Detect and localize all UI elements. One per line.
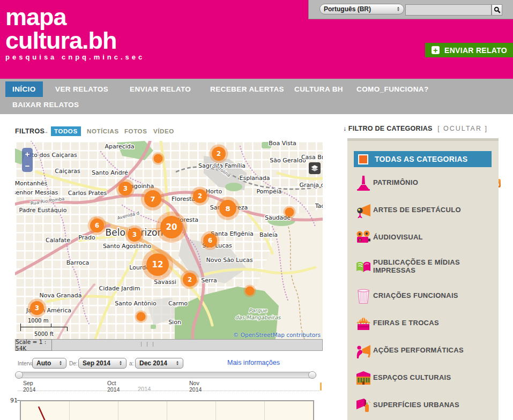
category-item-patrimonio[interactable]: PATRIMÔNIO xyxy=(354,169,492,197)
filters-arrow-icon: → xyxy=(42,128,49,135)
all-categories-button[interactable]: TODAS AS CATEGORIAS xyxy=(354,151,492,167)
resize-handle-icon[interactable] xyxy=(147,342,147,347)
map-cluster-2[interactable]: 2 xyxy=(210,145,228,163)
megaphone-icon xyxy=(354,343,373,359)
filter-chip-fotos[interactable]: FOTOS xyxy=(121,126,150,136)
site-logo[interactable]: mapa cultura.bh pesquisa cnpq.minc.sec xyxy=(5,5,145,61)
map-cluster-8[interactable]: 8 xyxy=(216,197,240,220)
enviar-relato-button[interactable]: + ENVIAR RELATO xyxy=(425,43,513,57)
map-cluster-2[interactable]: 2 xyxy=(181,271,199,289)
nav-item-enviar-relato[interactable]: ENVIAR RELATO xyxy=(130,85,191,93)
scalebar-metric-label: 1000 m xyxy=(28,318,68,324)
resize-handle-icon[interactable] xyxy=(141,342,142,347)
search-input[interactable] xyxy=(405,4,492,16)
date-from-select[interactable]: Sep 2014 ▲▼ xyxy=(78,358,127,369)
timeline-axis-line xyxy=(18,391,319,391)
map-canvas[interactable]: AparecidaAlto dos CaiçarasCaiçarasSanto … xyxy=(15,141,323,339)
map-marker-dot[interactable] xyxy=(135,311,147,323)
spray-icon xyxy=(354,398,373,414)
category-item-publicacoes-e-midias-impressas[interactable]: PUBLICAÇÕES E MÍDIAS IMPRESSAS xyxy=(354,251,492,282)
cluster-count: 3 xyxy=(132,231,137,238)
map-cluster-6[interactable]: 6 xyxy=(88,216,107,235)
map-layers-button[interactable] xyxy=(309,162,321,174)
map-cluster-20[interactable]: 20 xyxy=(156,212,187,243)
date-from-value: Sep 2014 xyxy=(83,359,110,367)
category-item-superficies-urbanas[interactable]: SUPERFÍCIES URBANAS xyxy=(354,392,492,419)
map-cluster-2[interactable]: 2 xyxy=(191,187,210,206)
zoom-in-button[interactable]: + xyxy=(22,148,33,160)
filters-row: FILTROS → TODOSNOTÍCIASFOTOSVÍDEO xyxy=(0,126,338,137)
category-label: SUPERFÍCIES URBANAS xyxy=(373,401,459,409)
category-item-audiovisual[interactable]: ÁUDIOVISUAL xyxy=(354,224,492,251)
category-item-feiras-e-trocas[interactable]: FEIRAS E TROCAS xyxy=(354,310,492,337)
interval-select-value: Auto xyxy=(36,359,51,367)
zoom-out-button[interactable]: − xyxy=(22,160,33,172)
map-cluster-6[interactable]: 6 xyxy=(201,231,220,250)
category-item-espacos-culturais[interactable]: ESPAÇOS CULTURAIS xyxy=(354,364,492,392)
map-cluster-12[interactable]: 12 xyxy=(142,249,173,280)
projector-icon xyxy=(354,230,373,246)
map-place-label-carlos-prates: Carlos Prates xyxy=(68,190,107,197)
category-list: PATRIMÔNIOARTES DE ESPETÁCULOÁUDIOVISUAL… xyxy=(354,169,492,419)
category-panel: TODAS AS CATEGORIAS PATRIMÔNIOARTES DE E… xyxy=(347,138,499,420)
cluster-count: 3 xyxy=(35,304,39,312)
cluster-count: 2 xyxy=(217,150,221,158)
nav-item-ver-relatos[interactable]: VER RELATOS xyxy=(55,85,108,93)
language-select[interactable]: Português (BR) ▲▼ xyxy=(319,4,404,14)
map-marker-dot[interactable] xyxy=(284,206,296,219)
filter-chip-noticias[interactable]: NOTÍCIAS xyxy=(84,126,122,136)
map-place-label-casa-bran: Casa Bran xyxy=(301,154,323,161)
nav-item-como-funciona[interactable]: COMO_FUNCIONA? xyxy=(356,85,429,93)
all-categories-swatch-icon xyxy=(358,154,368,164)
map-place-label-alto-dos-caicaras: Alto dos Caiçaras xyxy=(26,152,77,159)
map-place-label-carmo: Carmo xyxy=(168,300,188,307)
search-icon xyxy=(494,6,501,13)
map-place-label-boa-vista: Boa Vista xyxy=(269,141,296,147)
timeline-slider-track[interactable] xyxy=(15,372,316,378)
category-item-artes-de-espetaculo[interactable]: ARTES DE ESPETÁCULO xyxy=(354,197,492,224)
interval-select[interactable]: Auto ▲▼ xyxy=(32,358,66,369)
category-item-acoes-performaticas[interactable]: AÇÕES PERFORMÁTICAS xyxy=(354,337,492,364)
spotlight-icon xyxy=(354,202,373,219)
cluster-count: 8 xyxy=(225,205,230,213)
category-filter-header: ↓ FILTRO DE CATEGORIAS [ OCULTAR ] xyxy=(343,125,488,132)
map-place-label-sion: Sion xyxy=(168,319,181,326)
mais-informacoes-link[interactable]: Mais informações xyxy=(227,359,280,366)
nav-item-baixar-relatos[interactable]: BAIXAR RELATOS xyxy=(12,101,79,109)
ocultar-link[interactable]: [ OCULTAR ] xyxy=(437,125,488,132)
logo-line1: mapa xyxy=(5,5,145,29)
map-place-label-esplanada: Esplanada xyxy=(240,175,270,182)
nav-item-receber-alertas[interactable]: RECEBER ALERTAS xyxy=(210,85,284,93)
filter-chip-video[interactable]: VÍDEO xyxy=(150,126,177,136)
resize-handle-icon[interactable] xyxy=(153,342,153,347)
language-select-value: Português (BR) xyxy=(324,5,371,13)
nav-item-cultura-bh[interactable]: CULTURA BH xyxy=(294,85,343,93)
cup-icon xyxy=(354,288,373,304)
map-place-label-calafate: Calafate xyxy=(46,237,70,244)
map-place-label-prado: Prado xyxy=(78,234,95,241)
category-label: ARTES DE ESPETÁCULO xyxy=(373,206,461,214)
map-place-label-parque: Parque xyxy=(249,308,267,314)
map-marker-dot[interactable] xyxy=(152,153,165,165)
search-button[interactable] xyxy=(492,4,502,16)
map-marker-dot[interactable] xyxy=(244,285,256,297)
cluster-count: 7 xyxy=(150,195,155,203)
nav-item-inicio[interactable]: INÍCIO xyxy=(5,81,43,97)
filter-chip-todos[interactable]: TODOS xyxy=(51,126,81,136)
map-zoom-control: + − xyxy=(22,148,33,172)
date-to-select[interactable]: Dec 2014 ▲▼ xyxy=(135,358,183,369)
map-cluster-3[interactable]: 3 xyxy=(125,226,144,244)
map-cluster-3[interactable]: 3 xyxy=(28,299,47,318)
select-arrows-icon: ▲▼ xyxy=(55,361,62,366)
down-arrow-icon: ↓ xyxy=(343,125,346,132)
timeline-slider-handle-left[interactable] xyxy=(15,371,23,379)
category-item-criacoes-funcionais[interactable]: CRIAÇÕES FUNCIONAIS xyxy=(354,282,492,310)
cluster-count: 2 xyxy=(188,276,192,283)
map-place-label-montanhes: Montanhês xyxy=(15,180,48,187)
map-attribution[interactable]: © OpenStreetMap contributors xyxy=(233,332,321,338)
category-label: CRIAÇÕES FUNCIONAIS xyxy=(373,292,458,300)
timeline-slider-handle-right[interactable] xyxy=(308,371,316,379)
map-place-label-novo-sao-lucas: Novo São Lucas xyxy=(206,257,252,264)
map-cluster-7[interactable]: 7 xyxy=(141,187,165,211)
map-cluster-3[interactable]: 3 xyxy=(116,179,135,198)
